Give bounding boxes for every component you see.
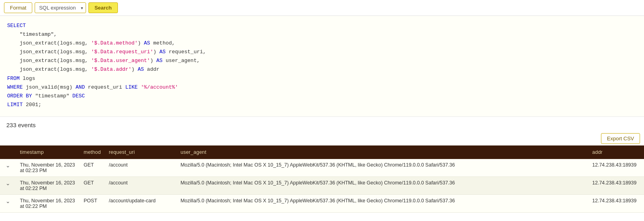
- export-row: Export CSV: [0, 132, 644, 145]
- col-header-timestamp: timestamp: [16, 145, 80, 159]
- results-count: 233 events: [0, 117, 644, 132]
- cell-request-uri: /account/update-card: [105, 194, 176, 212]
- sql-keyword-limit: LIMIT: [7, 102, 23, 108]
- cell-request-uri: /account: [105, 159, 176, 177]
- cell-method: POST: [80, 194, 105, 212]
- cell-timestamp: Thu, November 16, 2023 at 02:22 PM: [16, 176, 80, 194]
- cell-request-uri: /account: [105, 176, 176, 194]
- cell-addr: 12.74.238.43:18939: [588, 159, 644, 177]
- table-row: ⌄Thu, November 16, 2023 at 02:22 PMPOST/…: [0, 194, 644, 212]
- col-header-addr: addr: [588, 145, 644, 159]
- sql-keyword-where: WHERE: [7, 84, 23, 90]
- cell-method: GET: [80, 176, 105, 194]
- sql-keyword-from: FROM: [7, 76, 20, 81]
- cell-user-agent: Mozilla/5.0 (Macintosh; Intel Mac OS X 1…: [176, 194, 588, 212]
- col-header-request-uri: request_uri: [105, 145, 176, 159]
- cell-user-agent: Mozilla/5.0 (Macintosh; Intel Mac OS X 1…: [176, 176, 588, 194]
- results-table: timestamp method request_uri user_agent …: [0, 145, 644, 213]
- cell-addr: 12.74.238.43:18939: [588, 176, 644, 194]
- cell-timestamp: Thu, November 16, 2023 at 02:22 PM: [16, 194, 80, 212]
- expand-row-button[interactable]: ⌄: [4, 162, 12, 169]
- cell-addr: 12.74.238.43:18939: [588, 194, 644, 212]
- col-header-user-agent: user_agent: [176, 145, 588, 159]
- search-button[interactable]: Search: [88, 2, 117, 13]
- col-header-expand: [0, 145, 16, 159]
- table-header-row: timestamp method request_uri user_agent …: [0, 145, 644, 159]
- toolbar: Format SQL expression Log query Metrics …: [0, 0, 644, 16]
- sql-editor[interactable]: SELECT "timestamp", json_extract(logs.ms…: [0, 16, 644, 117]
- expand-row-button[interactable]: ⌄: [4, 180, 12, 186]
- cell-method: GET: [80, 159, 105, 177]
- cell-user-agent: Mozilla/5.0 (Macintosh; Intel Mac OS X 1…: [176, 159, 588, 177]
- col-header-method: method: [80, 145, 105, 159]
- sql-expression-wrapper: SQL expression Log query Metrics query: [35, 2, 86, 13]
- format-button[interactable]: Format: [4, 2, 32, 13]
- expand-row-button[interactable]: ⌄: [4, 198, 12, 204]
- table-row: ⌄Thu, November 16, 2023 at 02:22 PMGET/a…: [0, 176, 644, 194]
- sql-keyword-select: SELECT: [7, 23, 26, 29]
- export-csv-button[interactable]: Export CSV: [601, 133, 640, 144]
- table-row: ⌄Thu, November 16, 2023 at 02:23 PMGET/a…: [0, 159, 644, 177]
- cell-timestamp: Thu, November 16, 2023 at 02:23 PM: [16, 159, 80, 177]
- sql-keyword-orderby: ORDER BY: [7, 93, 32, 99]
- sql-expression-select[interactable]: SQL expression Log query Metrics query: [35, 2, 86, 13]
